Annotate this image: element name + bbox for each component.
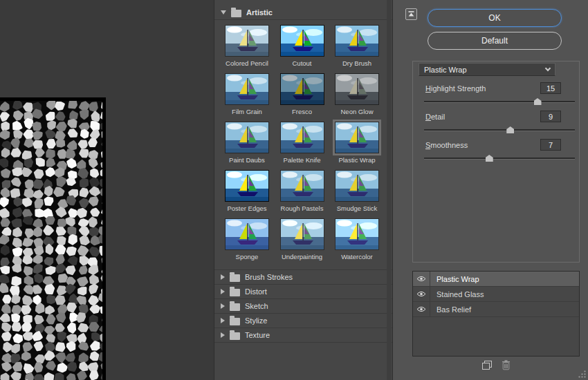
image-preview-panel xyxy=(0,0,214,380)
filter-thumb-label: Dry Brush xyxy=(335,59,379,67)
filter-thumb-label: Colored Pencil xyxy=(225,59,269,67)
controls-panel: OK Default Plastic Wrap Highlight Streng… xyxy=(394,0,588,380)
collapse-thumbnails-button[interactable] xyxy=(405,8,417,20)
scrollbar-track[interactable] xyxy=(387,0,392,380)
eye-icon xyxy=(416,276,426,282)
filter-thumb-rough-pastels[interactable]: Rough Pastels xyxy=(280,170,324,212)
new-effect-layer-icon xyxy=(481,360,493,370)
filter-thumbnail-grid: Colored Pencil Cutout Dry Brush Film Gra… xyxy=(214,20,392,260)
effect-layer-name: Bas Relief xyxy=(430,302,579,316)
visibility-toggle[interactable] xyxy=(413,302,430,316)
slider-track-smoothness[interactable] xyxy=(424,158,575,160)
slider-value-smoothness[interactable]: 7 xyxy=(540,139,561,151)
filter-thumb-label: Cutout xyxy=(280,59,324,67)
filter-thumb-label: Smudge Stick xyxy=(335,205,379,212)
filter-thumb-label: Sponge xyxy=(225,253,269,260)
filter-list-panel: Artistic Colored Pencil Cutout Dry Brush… xyxy=(214,0,393,380)
category-texture[interactable]: Texture xyxy=(214,328,392,343)
expand-triangle-icon[interactable] xyxy=(221,274,225,280)
filter-thumb-label: Plastic Wrap xyxy=(335,156,379,164)
filter-thumb-film-grain[interactable]: Film Grain xyxy=(225,73,269,115)
filter-thumb-colored-pencil[interactable]: Colored Pencil xyxy=(225,25,269,67)
effect-layer-row-bas-relief[interactable]: Bas Relief xyxy=(413,302,579,317)
category-brush-strokes[interactable]: Brush Strokes xyxy=(214,270,392,285)
effect-layer-row-stained-glass[interactable]: Stained Glass xyxy=(413,287,579,302)
slider-thumb-smoothness[interactable] xyxy=(486,155,493,162)
filter-settings-group: Plastic Wrap Highlight Strength 15 Detai… xyxy=(412,61,580,263)
filter-thumb-image xyxy=(335,122,379,153)
filter-thumb-image xyxy=(280,73,324,105)
collapse-panel-icon xyxy=(407,10,415,18)
ok-button[interactable]: OK xyxy=(428,9,562,27)
chevron-down-icon xyxy=(545,66,551,71)
category-artistic[interactable]: Artistic xyxy=(214,6,392,20)
slider-track-detail[interactable] xyxy=(424,129,575,131)
filter-thumb-paint-daubs[interactable]: Paint Daubs xyxy=(225,122,269,164)
filter-thumb-sponge[interactable]: Sponge xyxy=(225,218,269,260)
resize-grip-dots xyxy=(578,370,587,379)
slider-label-highlight-strength: Highlight Strength xyxy=(425,84,486,93)
filter-thumb-plastic-wrap[interactable]: Plastic Wrap xyxy=(335,122,379,164)
filter-thumb-fresco[interactable]: Fresco xyxy=(280,73,324,115)
category-label: Stylize xyxy=(245,316,267,325)
filter-thumb-poster-edges[interactable]: Poster Edges xyxy=(225,170,269,212)
filter-thumb-image xyxy=(335,25,379,57)
filter-thumb-image xyxy=(280,122,324,153)
folder-icon xyxy=(230,318,240,325)
filter-thumb-image xyxy=(225,73,269,105)
filter-thumb-image xyxy=(225,25,269,57)
expand-triangle-icon[interactable] xyxy=(221,303,225,309)
delete-effect-layer-button[interactable] xyxy=(502,360,511,370)
new-effect-layer-button[interactable] xyxy=(481,360,493,370)
filter-thumb-cutout[interactable]: Cutout xyxy=(280,25,324,67)
folder-icon xyxy=(230,289,240,296)
slider-label-detail: Detail xyxy=(425,113,445,121)
filter-thumb-image xyxy=(335,170,379,202)
category-distort[interactable]: Distort xyxy=(214,285,392,299)
visibility-toggle[interactable] xyxy=(413,287,430,301)
category-label: Texture xyxy=(245,331,270,339)
slider-value-detail[interactable]: 9 xyxy=(540,111,561,122)
folder-icon xyxy=(230,303,240,311)
effect-layer-row-plastic-wrap[interactable]: Plastic Wrap xyxy=(413,272,579,287)
folder-icon xyxy=(231,10,241,17)
eye-icon xyxy=(416,291,426,297)
filter-thumb-label: Film Grain xyxy=(225,108,269,115)
category-sketch[interactable]: Sketch xyxy=(214,299,392,314)
category-label: Artistic xyxy=(246,8,273,17)
filter-select-value: Plastic Wrap xyxy=(424,66,467,74)
filter-thumb-underpainting[interactable]: Underpainting xyxy=(280,218,324,260)
filter-thumb-neon-glow[interactable]: Neon Glow xyxy=(335,73,379,115)
slider-thumb-detail[interactable] xyxy=(506,126,514,133)
resize-grip[interactable] xyxy=(578,370,587,379)
layer-actions xyxy=(412,360,580,370)
category-label: Sketch xyxy=(245,302,268,310)
filter-thumb-image xyxy=(280,170,324,202)
filter-thumb-image xyxy=(225,218,269,250)
preview-image[interactable] xyxy=(0,97,106,380)
slider-value-highlight-strength[interactable]: 15 xyxy=(540,82,561,94)
visibility-toggle[interactable] xyxy=(413,272,430,286)
filter-thumb-dry-brush[interactable]: Dry Brush xyxy=(335,25,379,67)
filter-thumb-label: Watercolor xyxy=(335,253,379,260)
filter-select[interactable]: Plastic Wrap xyxy=(419,63,555,76)
category-stylize[interactable]: Stylize xyxy=(214,314,392,328)
filter-thumb-smudge-stick[interactable]: Smudge Stick xyxy=(335,170,379,212)
trash-icon xyxy=(502,360,511,370)
expand-triangle-icon[interactable] xyxy=(221,318,225,323)
filter-thumb-label: Palette Knife xyxy=(280,156,324,164)
eye-icon xyxy=(416,306,426,312)
expand-triangle-icon[interactable] xyxy=(221,289,225,294)
filter-thumb-label: Poster Edges xyxy=(225,205,269,212)
filter-thumb-watercolor[interactable]: Watercolor xyxy=(335,218,379,260)
filter-thumb-label: Fresco xyxy=(280,108,324,115)
expand-triangle-icon[interactable] xyxy=(221,332,225,338)
slider-thumb-highlight-strength[interactable] xyxy=(534,98,542,105)
filter-thumb-image xyxy=(280,25,324,57)
filter-thumb-label: Paint Daubs xyxy=(225,156,269,164)
filter-thumb-palette-knife[interactable]: Palette Knife xyxy=(280,122,324,164)
collapse-triangle-icon[interactable] xyxy=(221,10,226,15)
filter-thumb-image xyxy=(225,170,269,202)
default-button[interactable]: Default xyxy=(428,32,562,50)
slider-track-highlight-strength[interactable] xyxy=(424,101,575,103)
